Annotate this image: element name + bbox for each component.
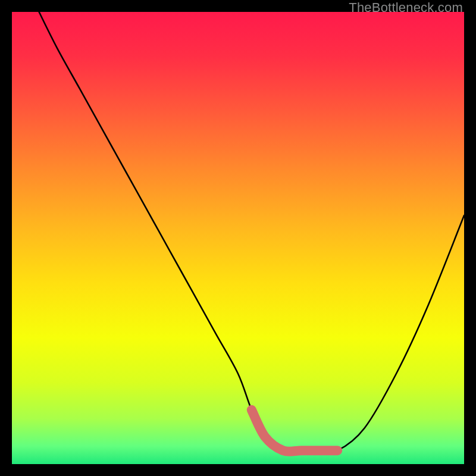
bottleneck-curve-path <box>39 12 464 452</box>
chart-frame <box>12 12 464 464</box>
watermark-text: TheBottleneck.com <box>349 0 463 15</box>
highlight-segment-path <box>252 410 337 452</box>
chart-plot <box>12 12 464 464</box>
